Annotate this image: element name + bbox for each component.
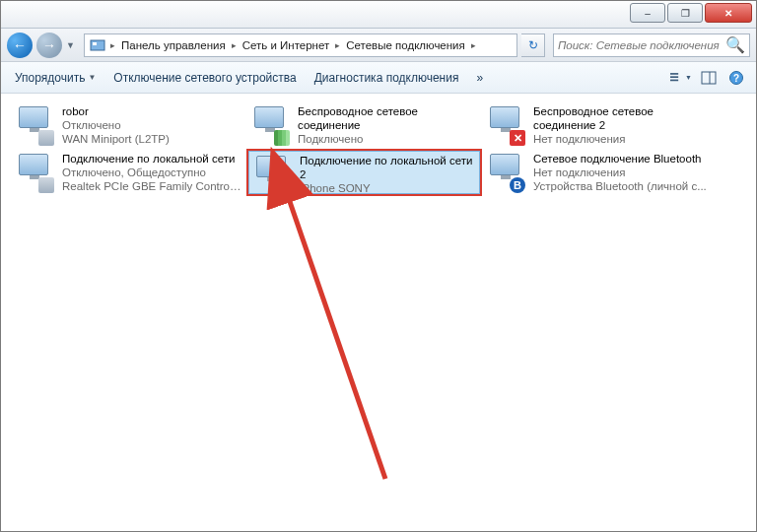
search-box[interactable]: 🔍	[553, 33, 750, 57]
cable-badge-icon	[38, 130, 54, 146]
search-input[interactable]	[558, 39, 722, 51]
connection-item[interactable]: roborОтключеноWAN Miniport (L2TP)	[11, 101, 246, 149]
connections-list: roborОтключеноWAN Miniport (L2TP)Беспров…	[1, 94, 756, 204]
bt-badge-icon: B	[510, 177, 525, 193]
network-adapter-icon: ✕	[486, 104, 527, 146]
breadcrumb-item[interactable]: Панель управления	[117, 39, 230, 51]
chevron-down-icon: ▼	[88, 73, 96, 82]
connection-item[interactable]: Подключение по локальной сети 2iPhone SO…	[246, 149, 482, 196]
connection-device: iPhone SONY	[300, 181, 476, 195]
chevron-right-icon[interactable]: ▸	[333, 40, 342, 50]
connection-status: Отключено, Общедоступно	[62, 166, 242, 179]
connection-text: Подключение по локальной сети 2iPhone SO…	[300, 154, 476, 195]
connection-name: Подключение по локальной сети 2	[300, 154, 476, 181]
svg-rect-3	[670, 76, 678, 78]
bars-badge-icon	[274, 130, 290, 146]
connection-name: Беспроводное сетевое соединение	[298, 104, 478, 132]
refresh-button[interactable]: ↻	[521, 33, 545, 57]
address-bar[interactable]: ▸ Панель управления ▸ Сеть и Интернет ▸ …	[84, 33, 517, 57]
network-adapter-icon	[15, 104, 56, 146]
connection-text: Беспроводное сетевое соединениеПодключен…	[298, 104, 478, 146]
chevron-down-icon: ▼	[685, 74, 692, 81]
network-adapter-icon	[252, 154, 294, 195]
breadcrumb-item[interactable]: Сеть и Интернет	[239, 39, 334, 51]
chevron-right-icon[interactable]: ▸	[469, 40, 478, 50]
help-button[interactable]: ?	[724, 67, 748, 89]
connection-device: WAN Miniport (L2TP)	[62, 132, 170, 146]
control-panel-icon	[89, 36, 106, 54]
breadcrumb-item[interactable]: Сетевые подключения	[342, 39, 469, 51]
connection-text: roborОтключеноWAN Miniport (L2TP)	[62, 104, 170, 146]
nav-bar: ← → ▼ ▸ Панель управления ▸ Сеть и Интер…	[1, 29, 756, 62]
connection-item[interactable]: Беспроводное сетевое соединениеПодключен…	[246, 101, 482, 149]
nav-history-drop[interactable]: ▼	[66, 40, 80, 50]
connection-name: robor	[62, 104, 170, 118]
connection-status: Отключено	[62, 118, 170, 132]
network-adapter-icon	[15, 152, 56, 193]
toolbar: Упорядочить▼ Отключение сетевого устройс…	[1, 62, 756, 94]
connection-status: Нет подключения	[533, 166, 707, 179]
svg-line-9	[287, 193, 385, 479]
connection-text: Беспроводное сетевое соединение 2Нет под…	[533, 104, 714, 146]
window-buttons: – ❐ ✕	[630, 3, 752, 28]
svg-rect-5	[702, 72, 716, 84]
network-adapter-icon: B	[486, 152, 527, 193]
svg-rect-1	[93, 42, 97, 45]
organize-menu[interactable]: Упорядочить▼	[9, 67, 102, 89]
cable-badge-icon	[38, 177, 54, 193]
chevron-right-icon[interactable]: ▸	[230, 40, 239, 50]
connection-device: Realtek PCIe GBE Family Controller	[62, 179, 242, 193]
red-x-badge-icon: ✕	[510, 130, 525, 146]
connection-item[interactable]: BСетевое подключение BluetoothНет подклю…	[482, 149, 718, 196]
connection-item[interactable]: Подключение по локальной сетиОтключено, …	[11, 149, 246, 196]
network-adapter-icon	[250, 104, 292, 146]
connection-name: Беспроводное сетевое соединение 2	[533, 104, 714, 132]
annotation-arrow	[257, 183, 415, 502]
preview-pane-button[interactable]	[697, 67, 721, 89]
svg-rect-2	[670, 73, 678, 75]
svg-rect-4	[670, 79, 678, 81]
connection-status: Нет подключения	[533, 132, 714, 146]
view-controls: ▼ ?	[669, 67, 748, 89]
close-button[interactable]: ✕	[705, 3, 752, 23]
title-bar: – ❐ ✕	[1, 1, 756, 29]
connection-device: Устройства Bluetooth (личной с...	[533, 179, 707, 193]
connection-text: Подключение по локальной сетиОтключено, …	[62, 152, 242, 193]
chevron-right-icon[interactable]: ▸	[108, 40, 117, 50]
connection-text: Сетевое подключение BluetoothНет подключ…	[533, 152, 707, 193]
minimize-button[interactable]: –	[630, 3, 665, 23]
maximize-button[interactable]: ❐	[667, 3, 703, 23]
back-button[interactable]: ←	[7, 33, 33, 58]
view-options-button[interactable]: ▼	[669, 67, 693, 89]
connection-name: Сетевое подключение Bluetooth	[533, 152, 707, 166]
cable-badge-icon	[276, 179, 292, 195]
connection-item[interactable]: ✕Беспроводное сетевое соединение 2Нет по…	[482, 101, 718, 149]
more-tools-button[interactable]: »	[470, 67, 489, 89]
diagnose-button[interactable]: Диагностика подключения	[309, 67, 465, 89]
svg-text:?: ?	[733, 73, 739, 84]
search-icon: 🔍	[725, 35, 745, 54]
connection-status: Подключено	[298, 132, 478, 146]
connection-name: Подключение по локальной сети	[62, 152, 242, 166]
disable-device-button[interactable]: Отключение сетевого устройства	[107, 67, 302, 89]
forward-button[interactable]: →	[36, 33, 62, 58]
